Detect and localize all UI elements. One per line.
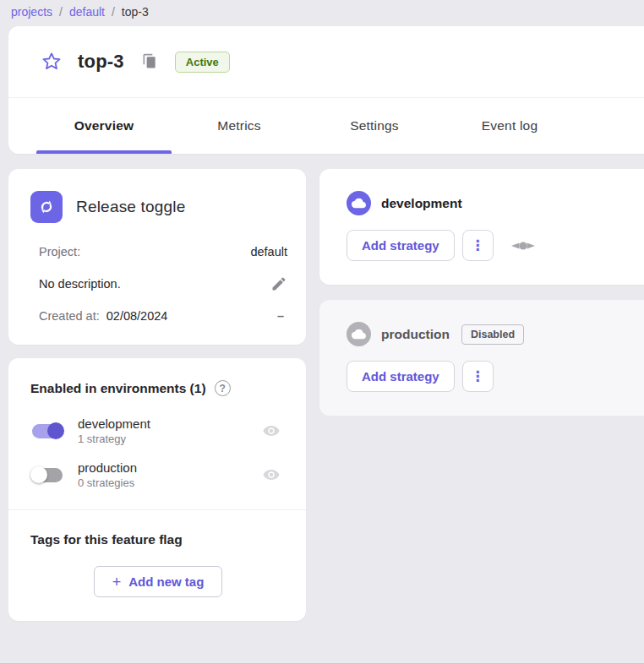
env-toggle-row-production: production 0 strategies <box>30 460 287 489</box>
environment-panel-name: development <box>381 196 462 211</box>
add-new-tag-button[interactable]: + Add new tag <box>94 566 222 597</box>
env-toggle-row-development: development 1 strategy <box>30 416 287 445</box>
plus-icon: + <box>112 574 122 590</box>
breadcrumb-link-projects[interactable]: projects <box>11 5 52 19</box>
cloud-icon <box>352 196 366 210</box>
release-toggle-icon <box>30 191 63 223</box>
project-row: Project: default <box>39 245 287 259</box>
env-strategy-count: 0 strategies <box>78 476 262 489</box>
environment-panel-development: development Add strategy ⋮ <box>319 169 644 285</box>
add-new-tag-label: Add new tag <box>128 574 204 589</box>
visibility-eye-icon[interactable] <box>262 465 281 484</box>
visibility-eye-icon[interactable] <box>262 422 281 440</box>
collapse-dash: – <box>277 309 287 323</box>
breadcrumb: projects / default / top-3 <box>0 0 644 19</box>
tab-label: Settings <box>350 118 399 133</box>
cloud-icon <box>352 327 366 341</box>
help-icon[interactable]: ? <box>215 380 231 396</box>
feature-header-card: top-3 Active Overview Metrics Settings E… <box>8 26 644 154</box>
feature-details-card: Release toggle Project: default No descr… <box>8 169 306 345</box>
environment-panel-name: production <box>381 327 450 342</box>
tab-overview[interactable]: Overview <box>36 98 172 154</box>
toggle-knob <box>30 466 47 483</box>
active-tab-indicator <box>36 150 172 154</box>
environment-cloud-icon <box>347 322 371 346</box>
created-row: Created at: 02/08/2024 – <box>39 309 287 323</box>
env-strategy-count: 1 strategy <box>78 433 262 445</box>
environment-cloud-icon <box>347 191 371 215</box>
enabled-environments-title: Enabled in environments (1) <box>30 381 206 396</box>
feature-title-row: top-3 Active <box>8 26 644 97</box>
disabled-badge: Disabled <box>461 324 524 345</box>
tags-section: Tags for this feature flag + Add new tag <box>8 510 306 621</box>
enabled-environments-section: Enabled in environments (1) ? developmen… <box>8 358 306 509</box>
breadcrumb-current: top-3 <box>122 5 149 19</box>
more-options-kebab-button[interactable]: ⋮ <box>462 361 494 392</box>
feature-type-label: Release toggle <box>76 198 186 216</box>
tab-label: Metrics <box>217 118 260 133</box>
breadcrumb-separator: / <box>59 5 63 19</box>
sync-arrows-icon <box>36 197 57 217</box>
lifecycle-stage-icon <box>510 239 536 253</box>
tabs: Overview Metrics Settings Event log <box>8 98 644 154</box>
status-badge: Active <box>175 52 230 73</box>
production-toggle[interactable] <box>30 465 64 484</box>
description-text: No description. <box>39 277 121 291</box>
description-row: No description. <box>39 275 287 292</box>
copy-icon[interactable] <box>141 53 158 70</box>
more-options-kebab-button[interactable]: ⋮ <box>462 230 494 261</box>
toggle-knob <box>47 422 64 439</box>
created-value: 02/08/2024 <box>106 309 168 323</box>
add-strategy-button[interactable]: Add strategy <box>347 230 455 261</box>
environment-panel-production: production Disabled Add strategy ⋮ <box>319 300 644 416</box>
breadcrumb-separator: / <box>112 5 115 19</box>
tab-label: Event log <box>482 118 538 133</box>
environments-card: Enabled in environments (1) ? developmen… <box>8 358 306 621</box>
env-name: development <box>78 416 262 431</box>
add-strategy-button[interactable]: Add strategy <box>347 361 455 392</box>
tab-event-log[interactable]: Event log <box>442 98 577 154</box>
tags-title: Tags for this feature flag <box>30 532 286 547</box>
project-value: default <box>250 245 287 259</box>
feature-type-header: Release toggle <box>30 191 287 223</box>
created-label: Created at: <box>39 309 100 323</box>
tab-settings[interactable]: Settings <box>307 98 442 154</box>
breadcrumb-link-default[interactable]: default <box>69 5 105 19</box>
development-toggle[interactable] <box>30 422 64 440</box>
edit-pencil-icon[interactable] <box>270 275 287 292</box>
favorite-star-icon[interactable] <box>41 51 63 73</box>
project-label: Project: <box>39 245 80 259</box>
tab-metrics[interactable]: Metrics <box>172 98 307 154</box>
env-name: production <box>78 460 262 475</box>
tab-label: Overview <box>74 118 134 133</box>
feature-title: top-3 <box>78 51 124 73</box>
